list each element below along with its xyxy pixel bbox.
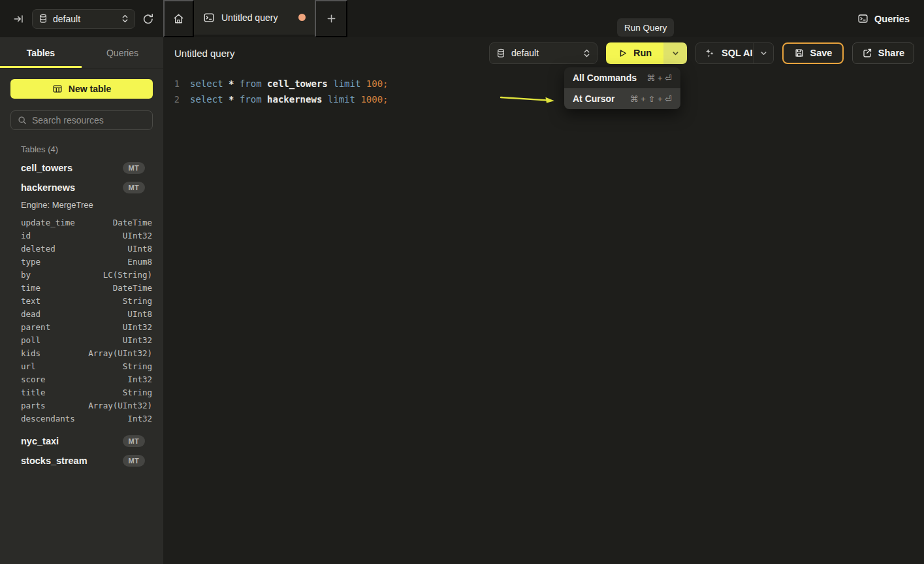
column-row: textString — [0, 294, 163, 307]
table-name: stocks_stream — [21, 456, 123, 466]
sparkles-icon — [704, 48, 715, 59]
table-row[interactable]: hackernewsMT — [0, 178, 163, 197]
column-row: urlString — [0, 359, 163, 373]
column-row: update_timeDateTime — [0, 216, 163, 229]
column-type: UInt8 — [127, 244, 152, 254]
share-button-label: Share — [878, 48, 904, 58]
column-name: text — [21, 296, 40, 306]
sidebar-tab-queries[interactable]: Queries — [82, 37, 163, 68]
engine-badge: MT — [123, 182, 145, 193]
column-row: typeEnum8 — [0, 255, 163, 268]
run-menu-item[interactable]: At Cursor⌘ + ⇧ + ⏎ — [564, 88, 680, 109]
column-row: deletedUInt8 — [0, 242, 163, 255]
column-type: String — [123, 388, 152, 397]
column-type: DateTime — [113, 283, 152, 293]
run-menu-item[interactable]: All Commands⌘ + ⏎ — [564, 67, 680, 88]
run-button[interactable]: Run — [606, 42, 663, 64]
column-name: title — [21, 388, 46, 397]
queries-button-label: Queries — [874, 14, 910, 24]
column-row: byLC(String) — [0, 268, 163, 281]
search-box — [10, 110, 153, 130]
share-button[interactable]: Share — [852, 42, 914, 64]
search-icon — [18, 116, 27, 125]
column-name: type — [21, 257, 40, 267]
column-type: Array(UInt32) — [88, 401, 152, 410]
run-split-button: Run — [606, 42, 687, 64]
column-row: deadUInt8 — [0, 307, 163, 320]
column-row: scoreInt32 — [0, 373, 163, 386]
code-line[interactable]: 1select * from cell_towers limit 100; — [163, 76, 924, 91]
column-row: kidsArray(UInt32) — [0, 346, 163, 359]
column-type: DateTime — [113, 218, 152, 227]
run-options-button[interactable] — [663, 42, 687, 64]
refresh-icon — [142, 13, 154, 25]
unsaved-changes-dot — [298, 14, 306, 21]
database-selector-value: default — [53, 14, 116, 24]
column-name: time — [21, 283, 40, 293]
sql-editor[interactable]: 1select * from cell_towers limit 100;2se… — [163, 69, 924, 564]
engine-badge: MT — [123, 162, 145, 174]
run-query-tooltip: Run Query — [617, 18, 674, 37]
code-text: select * from hackernews limit 1000; — [190, 94, 389, 105]
query-toolbar: Untitled query default Run — [163, 37, 924, 69]
column-name: descendants — [21, 414, 75, 423]
sql-ai-options-button[interactable] — [753, 43, 773, 63]
database-selector[interactable]: default — [32, 9, 135, 29]
column-row: titleString — [0, 386, 163, 399]
sql-ai-button[interactable]: SQL AI — [695, 42, 774, 64]
column-name: by — [21, 270, 31, 280]
save-button[interactable]: Save — [782, 42, 844, 64]
column-type: UInt32 — [123, 231, 152, 241]
table-row[interactable]: nyc_taxiMT — [0, 431, 163, 451]
column-name: parent — [21, 322, 50, 332]
database-icon — [39, 14, 48, 24]
column-name: url — [21, 361, 36, 371]
annotation-arrow-icon — [498, 91, 558, 107]
floppy-save-icon — [794, 48, 805, 58]
column-name: kids — [21, 348, 40, 358]
console-icon — [857, 13, 868, 24]
new-table-label: New table — [69, 84, 111, 94]
column-type: UInt32 — [123, 322, 152, 332]
tab-untitled-query[interactable]: Untitled query — [194, 0, 315, 35]
menu-item-shortcut: ⌘ + ⇧ + ⏎ — [622, 94, 672, 104]
column-type: Array(UInt32) — [88, 348, 152, 358]
share-icon — [862, 48, 872, 58]
home-button[interactable] — [163, 0, 194, 37]
column-row: descendantsInt32 — [0, 412, 163, 425]
refresh-button[interactable] — [142, 13, 154, 25]
table-row[interactable]: stocks_streamMT — [0, 451, 163, 471]
sql-ai-label: SQL AI — [722, 48, 753, 58]
new-table-button[interactable]: New table — [10, 79, 153, 99]
column-type: Enum8 — [127, 257, 152, 267]
queries-button[interactable]: Queries — [857, 13, 910, 24]
tables-section-label: Tables (4) — [21, 144, 163, 154]
tab-label: Untitled query — [221, 12, 292, 23]
query-title: Untitled query — [174, 48, 235, 59]
line-number: 2 — [163, 94, 180, 105]
chevron-updown-icon — [121, 14, 129, 24]
play-icon — [618, 48, 628, 58]
column-type: Int32 — [127, 374, 152, 384]
column-name: poll — [21, 335, 40, 345]
toolbar-database-selector[interactable]: default — [489, 42, 597, 64]
chevron-down-icon — [672, 50, 679, 57]
sidebar-tabs: Tables Queries — [0, 37, 163, 69]
column-name: deleted — [21, 244, 56, 254]
column-row: parentUInt32 — [0, 320, 163, 333]
plus-icon — [327, 14, 336, 24]
column-name: dead — [21, 309, 40, 319]
column-row: pollUInt32 — [0, 333, 163, 346]
column-row: timeDateTime — [0, 281, 163, 294]
collapse-sidebar-button[interactable] — [13, 13, 25, 25]
table-row[interactable]: cell_towersMT — [0, 158, 163, 178]
console-icon — [203, 12, 215, 24]
column-type: Int32 — [127, 414, 152, 423]
tab-strip: Untitled query — [163, 0, 347, 37]
search-input[interactable] — [32, 115, 146, 125]
menu-item-shortcut: ⌘ + ⏎ — [639, 73, 672, 83]
sidebar-tab-tables[interactable]: Tables — [0, 37, 82, 68]
topbar-left-cluster: default — [0, 0, 163, 37]
new-tab-button[interactable] — [315, 0, 347, 37]
run-button-label: Run — [633, 48, 652, 58]
